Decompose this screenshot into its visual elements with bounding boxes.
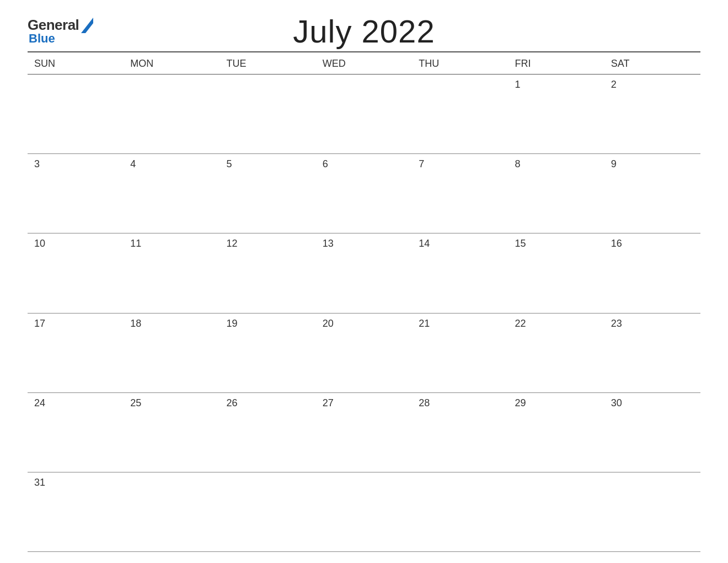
day-number: 0 xyxy=(323,477,328,488)
day-cell: 0 xyxy=(220,472,316,551)
logo-triangle-icon xyxy=(81,18,93,33)
day-number: 22 xyxy=(515,318,526,329)
day-cell: 26 xyxy=(220,393,316,472)
day-cell: 20 xyxy=(316,314,412,392)
day-number: 26 xyxy=(227,397,238,408)
day-cell: 14 xyxy=(412,233,508,312)
day-number: 0 xyxy=(130,477,136,488)
day-number: 14 xyxy=(419,238,430,249)
day-number: 0 xyxy=(130,79,136,90)
day-cell: 12 xyxy=(220,233,316,312)
day-number: 2 xyxy=(611,79,617,90)
day-cell: 7 xyxy=(412,154,508,233)
calendar-title: July 2022 xyxy=(293,13,435,50)
day-cell: 13 xyxy=(316,233,412,312)
day-number: 20 xyxy=(323,318,334,329)
day-cell: 19 xyxy=(220,314,316,392)
day-number: 7 xyxy=(419,158,424,169)
day-header-sat: SAT xyxy=(604,52,700,74)
weeks-container: 0000012345678910111213141516171819202122… xyxy=(28,75,700,552)
day-number: 23 xyxy=(611,318,622,329)
logo-blue-text: Blue xyxy=(29,31,55,46)
day-number: 18 xyxy=(130,318,141,329)
day-cell: 15 xyxy=(508,233,604,312)
day-number: 1 xyxy=(515,79,520,90)
days-header: SUNMONTUEWEDTHUFRISAT xyxy=(28,52,700,75)
day-number: 0 xyxy=(419,477,424,488)
day-cell: 10 xyxy=(28,233,124,312)
logo: General Blue xyxy=(28,17,116,46)
day-cell: 17 xyxy=(28,314,124,392)
day-cell: 23 xyxy=(604,314,700,392)
day-cell: 0 xyxy=(412,75,508,153)
calendar-grid: SUNMONTUEWEDTHUFRISAT 000001234567891011… xyxy=(28,51,700,552)
day-number: 24 xyxy=(34,397,45,408)
day-number: 3 xyxy=(34,158,40,169)
day-number: 9 xyxy=(611,158,617,169)
day-number: 10 xyxy=(34,238,45,249)
calendar-page: General Blue July 2022 SUNMONTUEWEDTHUFR… xyxy=(0,0,728,563)
week-row-3: 10111213141516 xyxy=(28,233,700,313)
week-row-4: 17181920212223 xyxy=(28,314,700,393)
day-header-thu: THU xyxy=(412,52,508,74)
day-number: 0 xyxy=(611,477,617,488)
day-cell: 5 xyxy=(220,154,316,233)
day-number: 28 xyxy=(419,397,430,408)
day-cell: 0 xyxy=(124,472,220,551)
day-header-tue: TUE xyxy=(220,52,316,74)
day-number: 0 xyxy=(419,79,424,90)
day-cell: 24 xyxy=(28,393,124,472)
day-cell: 9 xyxy=(604,154,700,233)
day-header-fri: FRI xyxy=(508,52,604,74)
day-number: 6 xyxy=(323,158,328,169)
day-number: 0 xyxy=(34,79,40,90)
day-number: 29 xyxy=(515,397,526,408)
day-cell: 0 xyxy=(508,472,604,551)
day-cell: 2 xyxy=(604,75,700,153)
day-number: 17 xyxy=(34,318,45,329)
day-number: 16 xyxy=(611,238,622,249)
day-cell: 29 xyxy=(508,393,604,472)
week-row-6: 31000000 xyxy=(28,472,700,552)
day-cell: 4 xyxy=(124,154,220,233)
day-number: 13 xyxy=(323,238,334,249)
day-number: 25 xyxy=(130,397,141,408)
day-number: 30 xyxy=(611,397,622,408)
day-cell: 31 xyxy=(28,472,124,551)
day-number: 4 xyxy=(130,158,136,169)
day-cell: 0 xyxy=(604,472,700,551)
day-cell: 1 xyxy=(508,75,604,153)
day-number: 21 xyxy=(419,318,430,329)
week-row-5: 24252627282930 xyxy=(28,393,700,472)
day-header-sun: SUN xyxy=(28,52,124,74)
day-cell: 8 xyxy=(508,154,604,233)
day-number: 0 xyxy=(227,79,232,90)
day-number: 15 xyxy=(515,238,526,249)
day-cell: 25 xyxy=(124,393,220,472)
day-cell: 0 xyxy=(28,75,124,153)
day-number: 31 xyxy=(34,477,45,488)
day-number: 0 xyxy=(227,477,232,488)
day-number: 0 xyxy=(323,79,328,90)
day-cell: 0 xyxy=(316,75,412,153)
day-cell: 3 xyxy=(28,154,124,233)
day-number: 27 xyxy=(323,397,334,408)
day-cell: 0 xyxy=(412,472,508,551)
day-cell: 0 xyxy=(316,472,412,551)
day-cell: 28 xyxy=(412,393,508,472)
day-cell: 0 xyxy=(124,75,220,153)
day-header-mon: MON xyxy=(124,52,220,74)
day-number: 12 xyxy=(227,238,238,249)
day-number: 8 xyxy=(515,158,520,169)
day-number: 5 xyxy=(227,158,232,169)
day-cell: 6 xyxy=(316,154,412,233)
day-cell: 21 xyxy=(412,314,508,392)
day-number: 0 xyxy=(515,477,520,488)
day-cell: 18 xyxy=(124,314,220,392)
week-row-1: 0000012 xyxy=(28,75,700,154)
day-number: 19 xyxy=(227,318,238,329)
day-cell: 30 xyxy=(604,393,700,472)
day-cell: 22 xyxy=(508,314,604,392)
day-cell: 27 xyxy=(316,393,412,472)
day-cell: 0 xyxy=(220,75,316,153)
